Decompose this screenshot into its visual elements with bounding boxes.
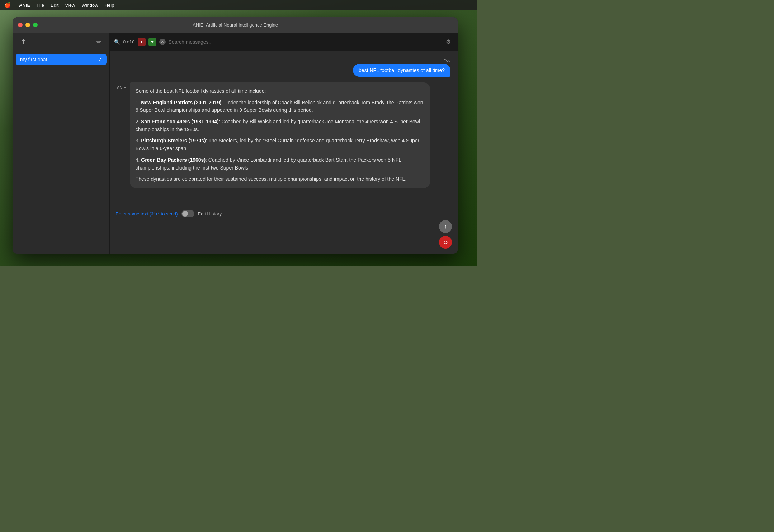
item-4-team: Green Bay Packers (1960s) <box>141 157 206 163</box>
send-button[interactable]: ↑ <box>439 220 452 233</box>
search-clear-button[interactable]: ✕ <box>159 39 166 45</box>
search-prev-button[interactable]: ▲ <box>138 38 146 46</box>
item-1-team: New England Patriots (2001-2019) <box>141 100 221 105</box>
menubar-window[interactable]: Window <box>81 3 98 8</box>
menubar-file[interactable]: File <box>37 3 44 8</box>
toggle-label: Edit History <box>198 211 222 217</box>
edit-history-toggle[interactable] <box>181 210 194 217</box>
close-button[interactable] <box>18 23 23 27</box>
anie-item-2: 2. San Francisco 49ers (1981-1994): Coac… <box>136 118 424 133</box>
toggle-thumb <box>182 211 188 217</box>
item-2-team: San Francisco 49ers (1981-1994) <box>141 119 218 124</box>
settings-button[interactable]: ⚙ <box>443 37 453 47</box>
user-bubble: best NFL football dynasties of all time? <box>353 64 450 77</box>
messages-area: You best NFL football dynasties of all t… <box>110 51 458 206</box>
input-hint: Enter some text (⌘↵ to send) <box>115 211 178 217</box>
item-3-team: Pittsburgh Steelers (1970s) <box>141 138 206 143</box>
traffic-lights <box>18 23 38 27</box>
message-input[interactable] <box>115 220 436 249</box>
chat-list: my first chat ✓ <box>13 51 109 254</box>
user-label: You <box>444 58 450 62</box>
anie-message-wrapper: ANIE Some of the best NFL football dynas… <box>117 82 450 188</box>
input-toolbar: Enter some text (⌘↵ to send) Edit Histor… <box>115 210 452 217</box>
minimize-button[interactable] <box>25 23 30 27</box>
menubar: 🍎 ANIE File Edit View Window Help <box>0 0 477 10</box>
search-bar: 🔍 0 of 0 ▲ ▼ ✕ ⚙ <box>110 33 458 51</box>
anie-item-1: 1. New England Patriots (2001-2019): Und… <box>136 99 424 114</box>
item-2-number: 2. <box>136 119 140 124</box>
user-message-wrapper: You best NFL football dynasties of all t… <box>117 58 450 77</box>
menubar-help[interactable]: Help <box>105 3 114 8</box>
anie-label: ANIE <box>117 85 126 90</box>
search-input[interactable] <box>169 39 440 45</box>
main-content: 🗑 ✏ my first chat ✓ 🔍 0 of 0 ▲ ▼ ✕ ⚙ <box>13 33 458 254</box>
delete-chat-button[interactable]: 🗑 <box>19 37 29 47</box>
input-area: Enter some text (⌘↵ to send) Edit Histor… <box>110 206 458 254</box>
maximize-button[interactable] <box>33 23 38 27</box>
sidebar-toolbar: 🗑 ✏ <box>13 33 109 51</box>
regenerate-button[interactable]: ↺ <box>439 236 452 249</box>
apple-menu-icon[interactable]: 🍎 <box>4 2 11 8</box>
input-row: ↑ ↺ <box>115 220 452 249</box>
item-3-number: 3. <box>136 138 140 143</box>
chat-area: 🔍 0 of 0 ▲ ▼ ✕ ⚙ You best NFL football d… <box>110 33 458 254</box>
chat-item[interactable]: my first chat ✓ <box>16 54 107 65</box>
title-bar: ANIE: Artificial Neural Intelligence Eng… <box>13 17 458 33</box>
chat-item-checkmark: ✓ <box>98 57 102 62</box>
item-1-number: 1. <box>136 100 140 105</box>
search-counter: 0 of 0 <box>123 39 135 44</box>
sidebar: 🗑 ✏ my first chat ✓ <box>13 33 110 254</box>
search-next-button[interactable]: ▼ <box>148 38 156 46</box>
menubar-app-name[interactable]: ANIE <box>19 3 30 8</box>
new-chat-button[interactable]: ✏ <box>94 37 104 47</box>
menubar-view[interactable]: View <box>65 3 75 8</box>
window-title: ANIE: Artificial Neural Intelligence Eng… <box>193 22 278 28</box>
search-icon: 🔍 <box>114 39 120 45</box>
app-window: ANIE: Artificial Neural Intelligence Eng… <box>13 17 458 254</box>
anie-outro: These dynasties are celebrated for their… <box>136 175 424 183</box>
anie-intro: Some of the best NFL football dynasties … <box>136 87 424 95</box>
menubar-edit[interactable]: Edit <box>51 3 58 8</box>
chat-item-label: my first chat <box>20 57 47 62</box>
anie-item-3: 3. Pittsburgh Steelers (1970s): The Stee… <box>136 137 424 152</box>
item-4-number: 4. <box>136 157 140 163</box>
input-actions: ↑ ↺ <box>439 220 452 249</box>
anie-bubble: Some of the best NFL football dynasties … <box>130 82 430 188</box>
anie-item-4: 4. Green Bay Packers (1960s): Coached by… <box>136 156 424 172</box>
